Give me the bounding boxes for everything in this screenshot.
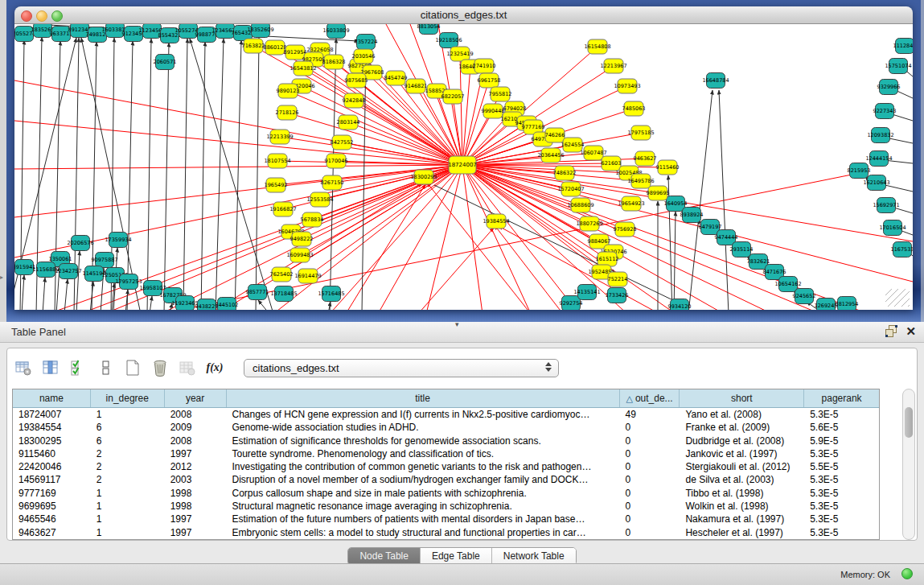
tab-network-table[interactable]: Network Table <box>492 548 576 565</box>
graph-node[interactable]: 20206576 <box>67 236 93 251</box>
column-header-title[interactable]: title <box>227 389 620 407</box>
graph-node[interactable]: 16648784 <box>702 73 729 89</box>
graph-node[interactable]: 16154808 <box>584 39 610 54</box>
delete-icon[interactable] <box>150 358 170 377</box>
graph-node[interactable]: 1733426 <box>606 288 629 303</box>
graph-node[interactable]: 10688609 <box>567 198 593 212</box>
graph-node[interactable]: 16914479 <box>294 269 321 283</box>
close-panel-icon[interactable]: ✕ <box>906 325 916 337</box>
graph-node[interactable]: 6822057 <box>441 89 465 104</box>
graph-node[interactable]: 7486322 <box>553 166 577 180</box>
table-select-dropdown[interactable]: citations_edges.txt <box>244 359 559 377</box>
graph-node[interactable]: 19654923 <box>618 196 644 211</box>
graph-node[interactable]: 10973493 <box>614 79 640 93</box>
graph-node[interactable]: 1167533 <box>891 242 913 257</box>
graph-node[interactable]: 2030546 <box>352 49 376 64</box>
graph-node[interactable]: 8267150 <box>321 175 344 190</box>
table-scrollbar-thumb[interactable] <box>905 407 913 438</box>
graph-node[interactable]: 18107554 <box>264 154 290 168</box>
graph-node[interactable]: 9857771 <box>246 285 269 300</box>
table-row[interactable]: 2242004622012Investigating the contribut… <box>13 460 879 473</box>
graph-node[interactable]: 2718126 <box>276 105 299 120</box>
select-columns-icon[interactable] <box>68 358 88 377</box>
graph-node[interactable]: 9245652 <box>793 289 816 304</box>
graph-node[interactable]: 19166827 <box>269 202 296 216</box>
table-row[interactable]: 969969511998Structural magnetic resonanc… <box>13 500 879 513</box>
graph-node[interactable]: 1965492 <box>265 178 288 192</box>
graph-node[interactable]: 9890123 <box>277 84 300 98</box>
graph-node[interactable]: 18300295 <box>410 170 437 184</box>
float-panel-icon[interactable] <box>885 325 897 337</box>
graph-node[interactable]: 6961758 <box>478 73 501 88</box>
graph-node[interactable]: 15720407 <box>557 182 584 196</box>
column-header-short[interactable]: short <box>680 389 804 407</box>
graph-node[interactable]: 9463627 <box>634 151 657 166</box>
graph-node[interactable]: 9329966 <box>877 80 901 95</box>
graph-node[interactable]: 8445102 <box>216 298 239 311</box>
graph-node[interactable]: 12444154 <box>865 151 892 167</box>
graph-node[interactable]: 5678834 <box>301 212 324 227</box>
graph-node[interactable]: 16543812 <box>290 61 316 76</box>
graph-node[interactable]: 8427552 <box>331 135 354 150</box>
table-settings-icon[interactable] <box>14 358 33 377</box>
table-row[interactable]: 977716911998Corpus callosum shape and si… <box>13 487 879 500</box>
column-header-pagerank[interactable]: pagerank <box>804 389 879 407</box>
graph-node[interactable]: 18807269 <box>576 216 602 231</box>
graph-node[interactable]: 12093832 <box>867 128 893 143</box>
column-header-year[interactable]: year <box>165 389 227 407</box>
network-window[interactable]: citations_edges.txt 20552741835260963371… <box>14 6 913 310</box>
table-header-row[interactable]: namein_degreeyeartitle△out_de...shortpag… <box>13 389 879 408</box>
graph-node[interactable]: 9227343 <box>873 104 897 119</box>
splitter-grip-icon[interactable]: ▾ <box>455 320 459 328</box>
graph-node[interactable]: 12213967 <box>600 59 626 73</box>
row-height-icon[interactable] <box>96 358 115 377</box>
table-row[interactable]: 1456911722003Disruption of a novel membe… <box>13 473 879 486</box>
graph-node[interactable]: 12325419 <box>446 47 473 61</box>
tab-edge-table[interactable]: Edge Table <box>421 548 492 565</box>
graph-node[interactable]: 8812954 <box>836 297 859 311</box>
graph-node[interactable]: 7625402 <box>270 267 294 282</box>
graph-node[interactable]: 12553584 <box>306 192 333 207</box>
node-table[interactable]: namein_degreeyeartitle△out_de...shortpag… <box>12 389 880 540</box>
graph-node[interactable]: 9875685 <box>345 73 368 88</box>
graph-node[interactable]: 746266 <box>545 128 565 142</box>
graph-node[interactable]: 8186328 <box>322 55 346 69</box>
tab-node-table[interactable]: Node Table <box>348 548 421 565</box>
table-row[interactable]: 1938455462009Genome-wide association stu… <box>13 421 879 434</box>
network-canvas[interactable]: 2055274183526096337158912345749812316033… <box>14 24 913 310</box>
graph-node[interactable]: 9934120 <box>668 299 692 311</box>
window-resize-grip[interactable] <box>885 289 910 307</box>
graph-node[interactable]: 2935114 <box>730 242 754 257</box>
graph-node[interactable]: 7955812 <box>489 87 512 101</box>
graph-node[interactable]: 16099483 <box>286 248 313 262</box>
graph-node[interactable]: 9115460 <box>656 160 680 175</box>
table-scrollbar[interactable] <box>902 389 915 540</box>
graph-node[interactable]: 15716485 <box>318 286 344 302</box>
memory-status-indicator[interactable] <box>901 568 913 579</box>
table-row[interactable]: 946554611997Estimation of the future num… <box>13 513 879 525</box>
graph-node[interactable]: 20364456 <box>537 148 564 163</box>
graph-node[interactable]: 1112843 <box>893 39 913 54</box>
graph-node[interactable]: 9498222 <box>290 232 314 246</box>
column-header-in_degree[interactable]: in_degree <box>91 389 165 407</box>
graph-node[interactable]: 9899695 <box>647 186 670 200</box>
table-row[interactable]: 911546021997Tourette syndrome. Phenomeno… <box>13 447 879 460</box>
column-header-name[interactable]: name <box>13 389 91 407</box>
graph-node[interactable]: 15692971 <box>873 198 899 213</box>
graph-node[interactable]: 12213399 <box>266 130 293 144</box>
graph-node[interactable]: 8813054 <box>417 24 441 35</box>
new-file-icon[interactable] <box>123 358 142 377</box>
graph-node[interactable]: 9146821 <box>405 79 428 93</box>
graph-node[interactable]: 9242848 <box>343 93 366 108</box>
graph-node[interactable]: 2741910 <box>473 59 496 73</box>
collapse-arrow-icon[interactable]: ▸ <box>0 274 3 281</box>
graph-node[interactable]: 2060571 <box>154 55 177 70</box>
graph-node[interactable]: 9170046 <box>325 154 348 168</box>
graph-node[interactable]: 1269245 <box>815 299 838 311</box>
graph-node[interactable]: 17975185 <box>627 126 654 140</box>
graph-node[interactable]: 13718485 <box>270 286 297 302</box>
table-body[interactable]: 1872400712008Changes of HCN gene express… <box>13 408 879 539</box>
graph-node[interactable]: 17016504 <box>879 220 906 236</box>
table-row[interactable]: 946362711997Embryonic stem cells: a mode… <box>13 526 879 539</box>
graph-node[interactable]: 1615112 <box>596 252 619 266</box>
